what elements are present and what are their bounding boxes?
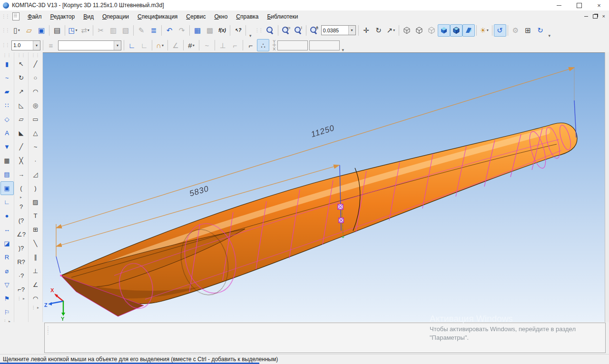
pan-view-button[interactable]: ✛ [360,24,373,37]
hull-model[interactable] [60,123,577,316]
current-step-input[interactable] [12,41,33,49]
rotate-model-button[interactable]: ↺ [494,24,506,37]
variables-button[interactable]: ▦ [191,24,204,37]
redo-button[interactable]: ↷ [176,24,188,37]
sheet-metal-button[interactable]: ∟ [0,195,14,209]
view-orientation-dropdown-icon[interactable]: ▾ [393,28,395,32]
model-canvas[interactable]: 11250 5830 X Z Y [43,53,605,323]
point-input-button[interactable]: ∴ [257,39,269,51]
primitives-button[interactable]: ● [0,209,14,223]
object-catalog-button[interactable]: ▩ [204,24,216,37]
radius-dimension-button[interactable]: R [0,250,14,264]
new-document-button[interactable]: ▯▾ [10,24,23,37]
spatial-curves-button[interactable]: ~ [0,71,14,85]
restore-button[interactable] [569,0,589,10]
display-shaded-button[interactable] [438,24,450,37]
sketch-tool-equidistant-button[interactable]: ◠ [29,292,42,305]
arc-segment-button[interactable]: ( [15,181,28,195]
layers-button[interactable]: ≡ [45,39,57,51]
spline-mode-button[interactable]: ~ [201,39,213,51]
zoom-scale-button[interactable]: ± [308,24,320,37]
mdi-minimize-button[interactable] [584,16,588,17]
current-layer-combo[interactable]: ▾ [58,40,121,50]
panel-grip[interactable]: ⋮⋮ [31,53,40,57]
menu-item-3[interactable]: Операции [98,12,133,21]
zoom-by-frame-button[interactable]: ▭ [280,24,292,37]
angle-snap-button[interactable]: ∠ [169,39,182,51]
move-dimension-button[interactable]: → [15,167,28,181]
section-line-button[interactable]: ╱ [15,140,28,154]
specification-button[interactable]: ▦ [0,154,14,167]
trim-curve-button[interactable]: ╳ [15,154,28,167]
menu-item-5[interactable]: Сервис [182,12,210,21]
undo-button[interactable]: ↶ [163,24,176,37]
sketch-tool-ellipse-button[interactable]: ◎ [29,98,42,112]
view-orientation-button[interactable]: ↗▾ [385,24,397,37]
print-preview-button[interactable]: ◳▾ [67,24,79,37]
model-viewport[interactable]: 11250 5830 X Z Y [43,52,605,323]
local-cs-button[interactable]: ⌐ [229,39,241,51]
display-hidden-thin-button[interactable] [425,24,438,37]
ortho-mode-button[interactable]: ⊥ [216,39,229,51]
sketch-tool-perpendicular-button[interactable]: ⊥ [29,264,42,278]
grid-toggle-dropdown-icon[interactable]: ▾ [193,43,195,48]
simplifications-button[interactable]: ⚙ [510,24,522,37]
current-layer-input[interactable] [59,41,114,49]
snap-settings-button[interactable]: ∩▾ [154,39,166,51]
diameter-dimension-button[interactable]: ⌀ [0,264,14,278]
toolbar-overflow-button[interactable]: ▾ [340,48,346,52]
save-document-button[interactable]: ▣ [35,24,48,37]
sketch-tool-rectangle-button[interactable]: ▭ [29,112,42,126]
menu-item-7[interactable]: Справка [232,12,263,21]
current-step-combo[interactable]: ▾ [11,40,40,50]
sketch-tool-circle-button[interactable]: ○ [29,71,42,85]
grid-toggle-button[interactable]: #▾ [185,39,197,51]
menu-item-8[interactable]: Библиотеки [263,12,302,21]
filters-button[interactable]: ▼ [0,140,14,154]
sketch-tool-spline-button[interactable]: ~ [29,140,42,154]
menu-item-0[interactable]: Файл [23,12,46,21]
surfaces-button[interactable]: ▰ [0,85,14,98]
construction-elements-button[interactable]: ▣ [0,181,14,195]
toolbar-grip[interactable]: ⋮⋮ [254,28,264,33]
paste-button[interactable]: ▧ [119,24,132,37]
section-surface-button[interactable]: ◪ [0,236,14,250]
sketch-tool-line-button[interactable]: ╱ [29,57,42,71]
mdi-restore-button[interactable] [593,14,598,19]
rotate-view-button[interactable]: ↻ [373,24,385,37]
toolbar-grip[interactable]: ⋮⋮ [0,43,10,48]
coordinate-x-field[interactable] [309,40,340,50]
copy-objects-button[interactable]: ▱ [15,112,28,126]
coordinate-y-field[interactable] [277,40,308,50]
constraint-angle-button[interactable]: ∠? [15,227,28,241]
view-scale-combo[interactable]: ▾ [321,25,356,35]
new-document-dropdown-icon[interactable]: ▾ [18,28,20,32]
sketch-tool-text-button[interactable]: T [29,209,42,223]
mirror-body-button[interactable]: ◣ [15,126,28,140]
leader-symbol-button[interactable]: ⚑ [0,292,14,305]
zoom-in-out-button[interactable]: ↕ [292,24,304,37]
view-scale-dropdown-icon[interactable]: ▾ [348,26,355,35]
current-step-dropdown-icon[interactable]: ▾ [33,41,40,50]
copy-button[interactable]: ▥ [107,24,119,37]
view-scale-input[interactable] [322,26,348,34]
panel-grip[interactable]: ⋮ ▸ [17,296,26,301]
functions-fx-button[interactable]: f(x) [216,24,228,37]
hull-surface[interactable] [61,123,577,304]
display-wireframe-button[interactable] [401,24,413,37]
sketch-tool-table-button[interactable]: ⊞ [29,223,42,236]
menu-grip[interactable]: ⋮⋮ [0,14,10,19]
panel-grip[interactable]: ⋮⋮ [3,53,11,57]
mirror-copy-button[interactable]: ◺ [15,98,28,112]
sketch-tool-hatch-button[interactable]: ▨ [29,195,42,209]
property-panel-grip[interactable]: ⋮⋮ [46,326,50,334]
sketch-tool-arc-button[interactable]: ◠ [29,85,42,98]
cut-button[interactable]: ✂ [95,24,107,37]
mdi-close-button[interactable]: × [602,14,605,19]
close-button[interactable]: × [589,0,609,10]
panel-grip[interactable]: ⋮ ▸ [31,305,40,310]
dimensions-3d-button[interactable]: ↔ [0,223,14,236]
rotate-component-button[interactable]: ↻ [15,71,28,85]
copy-properties-button[interactable]: ✎ [135,24,147,37]
document-menu-icon[interactable] [12,12,20,20]
